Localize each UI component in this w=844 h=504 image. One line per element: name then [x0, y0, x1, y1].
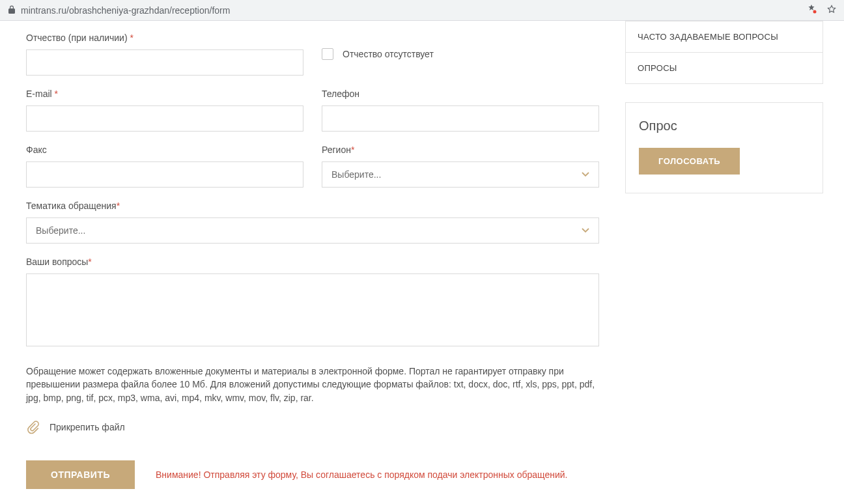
questions-textarea[interactable] — [26, 273, 599, 346]
topic-select-value: Выберите... — [36, 225, 85, 236]
no-patronymic-label: Отчество отсутствует — [343, 49, 434, 59]
chevron-down-icon — [582, 172, 589, 177]
fax-label: Факс — [26, 145, 303, 155]
patronymic-input[interactable] — [26, 49, 303, 76]
lock-icon — [8, 5, 16, 15]
no-patronymic-checkbox[interactable] — [322, 48, 333, 60]
paperclip-icon — [26, 420, 40, 434]
poll-title: Опрос — [639, 119, 809, 133]
region-select[interactable]: Выберите... — [322, 161, 599, 188]
sidebar: ЧАСТО ЗАДАВАЕМЫЕ ВОПРОСЫ ОПРОСЫ Опрос ГО… — [625, 21, 834, 504]
email-label: E-mail * — [26, 89, 303, 99]
region-select-value: Выберите... — [331, 169, 381, 180]
vote-button[interactable]: ГОЛОСОВАТЬ — [639, 148, 740, 175]
phone-input[interactable] — [322, 105, 599, 132]
questions-label: Ваши вопросы* — [26, 257, 599, 267]
sidebar-item-polls[interactable]: ОПРОСЫ — [626, 53, 823, 83]
topic-label: Тематика обращения* — [26, 201, 599, 211]
sidebar-nav: ЧАСТО ЗАДАВАЕМЫЕ ВОПРОСЫ ОПРОСЫ — [625, 21, 823, 84]
attachment-note: Обращение может содержать вложенные доку… — [26, 365, 599, 404]
email-input[interactable] — [26, 105, 303, 132]
form-area: Отчество (при наличии) * Отчество отсутс… — [0, 21, 625, 504]
submit-button[interactable]: ОТПРАВИТЬ — [26, 460, 135, 489]
patronymic-label: Отчество (при наличии) * — [26, 33, 303, 43]
poll-widget: Опрос ГОЛОСОВАТЬ — [625, 102, 823, 193]
attach-file-label: Прикрепить файл — [49, 422, 125, 432]
topic-select[interactable]: Выберите... — [26, 217, 599, 244]
consent-warning: Внимание! Отправляя эту форму, Вы соглаш… — [156, 469, 568, 480]
phone-label: Телефон — [322, 89, 599, 99]
star-icon[interactable] — [827, 5, 836, 16]
chevron-down-icon — [582, 228, 589, 233]
region-label: Регион* — [322, 145, 599, 155]
svg-point-0 — [813, 10, 817, 13]
fax-input[interactable] — [26, 161, 303, 188]
browser-address-bar: mintrans.ru/obrashcheniya-grazhdan/recep… — [0, 0, 844, 21]
sidebar-item-faq[interactable]: ЧАСТО ЗАДАВАЕМЫЕ ВОПРОСЫ — [626, 21, 823, 53]
translate-icon[interactable] — [806, 4, 817, 17]
url-text[interactable]: mintrans.ru/obrashcheniya-grazhdan/recep… — [21, 5, 801, 16]
attach-file-button[interactable]: Прикрепить файл — [26, 420, 599, 434]
